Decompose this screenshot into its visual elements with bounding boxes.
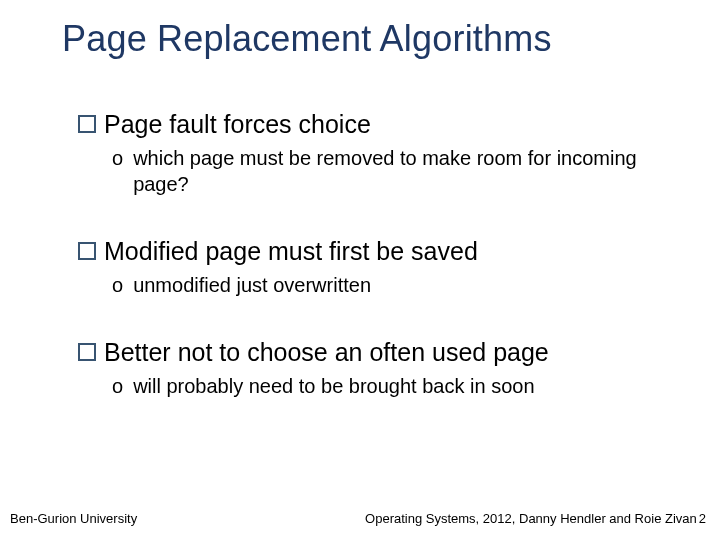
bullet-level2: o which page must be removed to make roo…: [112, 145, 660, 197]
square-bullet-icon: [78, 343, 96, 361]
bullet-level1: Modified page must first be saved: [78, 237, 660, 266]
footer-credits: Operating Systems, 2012, Danny Hendler a…: [365, 511, 697, 526]
subbullet-text: which page must be removed to make room …: [133, 145, 643, 197]
bullet-text: Better not to choose an often used page: [104, 338, 549, 367]
bullet-level1: Page fault forces choice: [78, 110, 660, 139]
circle-bullet-icon: o: [112, 373, 123, 399]
bullet-text: Modified page must first be saved: [104, 237, 478, 266]
bullet-level2: o unmodified just overwritten: [112, 272, 660, 298]
footer-left: Ben-Gurion University: [10, 511, 137, 526]
bullet-level1: Better not to choose an often used page: [78, 338, 660, 367]
slide-footer: Ben-Gurion University Operating Systems,…: [0, 511, 720, 526]
page-number: 2: [699, 511, 706, 526]
subbullet-text: will probably need to be brought back in…: [133, 373, 534, 399]
slide-content: Page fault forces choice o which page mu…: [78, 110, 660, 399]
subbullet-text: unmodified just overwritten: [133, 272, 371, 298]
footer-right: Operating Systems, 2012, Danny Hendler a…: [365, 511, 706, 526]
bullet-level2: o will probably need to be brought back …: [112, 373, 660, 399]
slide-title: Page Replacement Algorithms: [62, 18, 552, 60]
circle-bullet-icon: o: [112, 272, 123, 298]
bullet-text: Page fault forces choice: [104, 110, 371, 139]
square-bullet-icon: [78, 115, 96, 133]
square-bullet-icon: [78, 242, 96, 260]
circle-bullet-icon: o: [112, 145, 123, 171]
